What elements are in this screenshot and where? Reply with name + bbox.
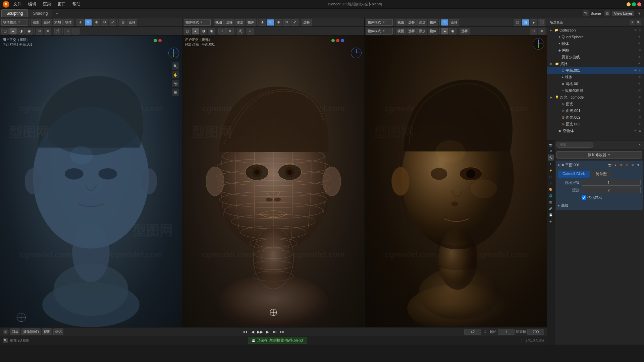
outliner-item-area3[interactable]: ◎ 面光.002 👁 (547, 114, 644, 121)
outliner-item-topo-group[interactable]: ▶ 📁 拓扑 👁 (547, 60, 644, 67)
vp2-shading-solid[interactable]: ● (192, 28, 199, 35)
modifier-more-icon[interactable]: ▼ (636, 163, 641, 167)
rotate-tool[interactable]: ↻ (101, 19, 108, 26)
add-menu-vp3[interactable]: 添加 (417, 19, 427, 26)
outliner-item-light-group[interactable]: ▶ 💡 灯光 . cgmodel 👁 (547, 94, 644, 101)
vp2-xray[interactable]: ⊗ (226, 28, 234, 35)
end-frame[interactable]: 200 (527, 329, 544, 335)
obj-menu-vp1[interactable]: 物体 (63, 19, 73, 26)
vp1-overlay[interactable]: ⊕ (36, 28, 43, 35)
obj-menu-vp3[interactable]: 物体 (428, 19, 438, 26)
select-label[interactable]: 选择 (127, 19, 137, 26)
vp3-select-label[interactable]: 选择 (460, 28, 470, 35)
props-particles-icon[interactable]: ✦ (548, 161, 554, 167)
tab-sculpting[interactable]: Sculpting (1, 9, 28, 17)
props-scene-icon[interactable]: 🎬 (548, 199, 554, 205)
status-zoom-icon[interactable]: 🔍 (3, 338, 8, 343)
viewport-2[interactable]: 用户正交（周部） (42) 灯光 | 平面.001 (182, 36, 365, 327)
vp1-zoom-btn[interactable]: 🔍 (172, 62, 179, 70)
close-btn[interactable] (637, 2, 641, 6)
select-label-2[interactable]: 选择 (302, 19, 312, 26)
start-frame[interactable]: 1 (498, 329, 515, 335)
levels-input[interactable] (582, 180, 641, 186)
modifier-render-icon2[interactable]: ● (613, 163, 618, 167)
marker-label[interactable]: 标记 (53, 328, 63, 335)
view-menu-vp3[interactable]: 视图 (396, 19, 406, 26)
filter-icon[interactable]: ▼ (636, 10, 643, 17)
vp2-prop-edit[interactable]: ○ (247, 28, 254, 35)
playback-label[interactable]: 回放 (10, 328, 20, 335)
anim-next-frame[interactable]: ⏭ (271, 328, 278, 335)
mode-dropdown-vp3[interactable]: 物体模式 ▼ (366, 19, 393, 26)
outliner-item-empty[interactable]: ▣ 空物体 👁 ⚙ (547, 127, 644, 134)
obj-menu-vp2[interactable]: 物体 (246, 19, 256, 26)
camera-label[interactable]: 摄像(插帧) (21, 328, 41, 335)
outliner-item-area1[interactable]: ◎ 面光 👁 (547, 101, 644, 107)
outliner-item-sphere1[interactable]: ● 球体 👁 (547, 40, 644, 47)
outliner-item-collection[interactable]: ▶ 📁 Collection 👁 🖱 (547, 27, 644, 34)
props-obj-icon[interactable]: ◻ (548, 174, 554, 180)
vp3-shading-solid[interactable]: ● (441, 28, 448, 35)
vp1-xray[interactable]: ⊗ (44, 28, 51, 35)
maximize-btn[interactable] (632, 2, 636, 6)
vp1-prop-edit[interactable]: ○ (64, 28, 71, 35)
view-menu-vp1[interactable]: 视图 (31, 19, 41, 26)
scene-camera-icon[interactable]: 📷 (583, 10, 589, 16)
viewport-shading-3[interactable]: ● (530, 19, 537, 26)
rotate-tool-2[interactable]: ↻ (283, 19, 290, 26)
viewport-shading-2[interactable]: ◑ (522, 19, 529, 26)
move-tool-2[interactable]: ✥ (275, 19, 282, 26)
select-menu-vp2[interactable]: 选择 (224, 19, 234, 26)
add-vp3b[interactable]: 添加 (417, 28, 427, 35)
vp1-mode2[interactable]: 式 (54, 28, 61, 35)
vp2-3d-cursor[interactable] (269, 308, 277, 317)
cursor-tool-2[interactable]: ✛ (259, 19, 266, 26)
menu-edit[interactable]: 编辑 (25, 1, 39, 8)
viewport-3[interactable]: cgmodel.com cgmodel.com cgmodel.com cgmo… (365, 36, 547, 327)
view-menu-vp2[interactable]: 视图 (214, 19, 224, 26)
scale-tool-2[interactable]: ⤢ (291, 19, 299, 26)
add-modifier-btn[interactable]: 添加修改器 ▼ (556, 151, 642, 159)
outliner-item-quadsphere[interactable]: ● Quad Sphere 👁 (547, 34, 644, 40)
modifier-eye-icon[interactable]: 👁 (619, 163, 624, 167)
outliner-item-bezier1[interactable]: ~ 贝塞尔曲线 👁 (547, 54, 644, 60)
vp1-hand-btn[interactable]: ✋ (172, 71, 179, 78)
props-constraint-icon[interactable]: 🔗 (548, 205, 554, 212)
modifier-expand-arrow[interactable]: ▶ (558, 163, 560, 167)
obj-vp3b[interactable]: 物体 (428, 28, 438, 35)
anim-skip-start[interactable]: ⏮ (242, 328, 249, 335)
outliner-item-area4[interactable]: ◎ 面光.003 👁 (547, 121, 644, 127)
select-vp3b[interactable]: 选择 (407, 28, 417, 35)
select-tool-3[interactable]: ↖ (441, 19, 448, 26)
vp1-shading-render[interactable]: ◉ (25, 28, 33, 35)
mode-dropdown-vp1[interactable]: 物体模式 ▼ (1, 19, 28, 26)
props-shader-icon[interactable]: ◉ (548, 218, 554, 224)
simple-btn[interactable]: 简单型 (591, 171, 611, 178)
props-output-icon[interactable]: 🖼 (548, 148, 554, 154)
outliner-item-bezier2[interactable]: ~ 贝塞尔曲线 👁 (547, 87, 644, 94)
menu-window[interactable]: 窗口 (55, 1, 68, 8)
props-data-icon[interactable]: 💾 (548, 212, 554, 218)
vp2-overlay[interactable]: ⊕ (218, 28, 226, 35)
scale-tool[interactable]: ⤢ (109, 19, 116, 26)
props-mesh-icon[interactable]: △ (548, 180, 554, 186)
select-menu-vp1[interactable]: 选择 (42, 19, 52, 26)
mode-dropdown-vp3b[interactable]: 物体模式 ▼ (366, 28, 393, 35)
vp3-overlay2[interactable]: ⊕ (530, 28, 537, 35)
vp3-shading-render[interactable]: ◉ (449, 28, 457, 35)
anim-prev-frame[interactable]: ◀ (249, 328, 256, 335)
menu-help[interactable]: 帮助 (70, 1, 83, 8)
outliner-item-area2[interactable]: ◎ 面光.001 👁 (547, 107, 644, 114)
viewport-1[interactable]: 用户正交（周部） (42) 灯光 | 平面.001 (0, 36, 182, 327)
vp1-gizmo[interactable] (168, 48, 179, 58)
cursor-tool[interactable]: ✛ (76, 19, 84, 26)
anim-play[interactable]: ▶ (264, 328, 271, 335)
modifier-camera-icon[interactable]: 📷 (607, 163, 612, 167)
move-tool[interactable]: ✥ (93, 19, 100, 26)
viewport-shading-4[interactable]: ⬛ (538, 19, 545, 26)
optimize-checkbox[interactable] (582, 195, 586, 200)
vp1-shading-mat[interactable]: ◑ (17, 28, 25, 35)
tab-shading[interactable]: Shading (28, 10, 52, 17)
props-modifier-icon[interactable]: 🔧 (548, 155, 554, 161)
vp1-grid-btn[interactable]: ⊞ (172, 88, 179, 96)
